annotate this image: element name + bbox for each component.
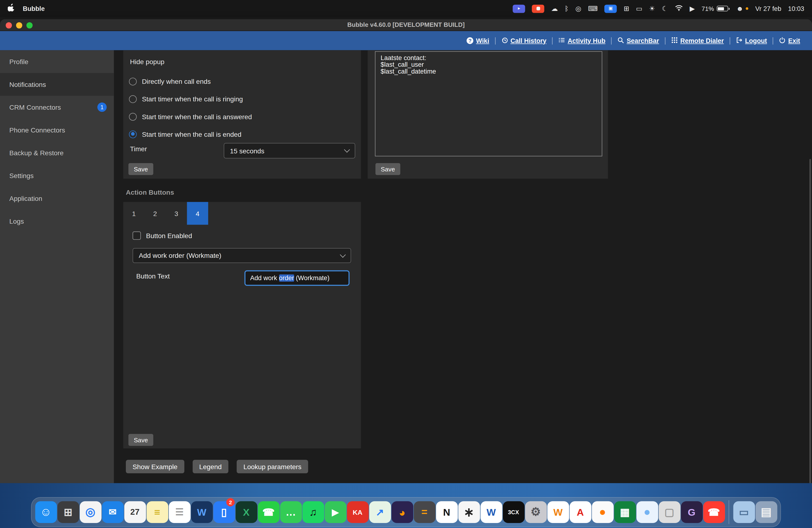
option-start-timer-call-ringing[interactable]: Start timer when the call is ringing	[129, 90, 252, 108]
dock-separator	[729, 500, 729, 524]
launchpad-dock-icon[interactable]: ⊞	[57, 497, 79, 527]
action-tab-4[interactable]: 4	[187, 202, 208, 225]
safari-dock-icon[interactable]: ◎	[79, 497, 102, 527]
sidebar-item-profile[interactable]: Profile	[0, 50, 114, 73]
cloud-sync-icon[interactable]: ☁	[551, 5, 558, 12]
finder-dock-icon[interactable]: ☺	[35, 497, 57, 527]
sidebar-item-notifications[interactable]: Notifications	[0, 73, 114, 96]
word-dock-icon[interactable]: W	[480, 497, 503, 527]
screen-mirroring-icon[interactable]: ▸	[513, 4, 525, 13]
main-content: Hide popup Directly when call ends Start	[114, 50, 812, 483]
timer-select[interactable]: 15 seconds	[224, 143, 355, 158]
nav-searchbar[interactable]: SearchBar	[617, 36, 659, 45]
maps-dock-icon[interactable]: ↗	[369, 497, 391, 527]
option-start-timer-call-ended[interactable]: Start timer when the call is ended	[129, 126, 252, 143]
button-enabled-row[interactable]: Button Enabled	[132, 232, 192, 240]
action-type-value: Add work order (Workmate)	[139, 252, 221, 260]
dock-icon-glyph: …	[286, 507, 296, 517]
screen-share-icon[interactable]: ▣	[605, 4, 617, 13]
sidebar-item-settings[interactable]: Settings	[0, 164, 114, 187]
nav-activity-hub[interactable]: Activity Hub	[559, 36, 606, 45]
word-dark-dock-icon[interactable]: W	[191, 497, 213, 527]
trash-dock-icon[interactable]: ▤	[755, 497, 777, 527]
sidebar-item-phone-connectors[interactable]: Phone Connectors	[0, 118, 114, 141]
facetime-dock-icon[interactable]: ▶	[324, 497, 346, 527]
firefox-dock-icon[interactable]: ◕	[391, 497, 414, 527]
threecx-dock-icon[interactable]: 3CX	[503, 497, 525, 527]
battery-indicator[interactable]: 71%	[701, 5, 730, 12]
klikaan-klikuit-dock-icon[interactable]: KA	[346, 497, 369, 527]
tab-label: 3	[174, 209, 178, 217]
nav-logout[interactable]: Logout	[736, 36, 767, 45]
show-example-button[interactable]: Show Example	[126, 460, 184, 473]
chatgpt-dock-icon[interactable]: ∗	[458, 497, 480, 527]
sidebar-item-crm-connectors[interactable]: CRM Connectors 1	[0, 96, 114, 119]
wifi-icon[interactable]	[675, 5, 683, 13]
sidebar-item-logs[interactable]: Logs	[0, 210, 114, 232]
menu-bar-date[interactable]: Vr 27 feb	[755, 5, 781, 12]
notion-dock-icon[interactable]: N	[435, 497, 458, 527]
acrobat-dock-icon[interactable]: A	[569, 497, 592, 527]
window-tiles-icon[interactable]: ⊞	[624, 5, 629, 12]
action-tab-1[interactable]: 1	[123, 202, 144, 225]
action-type-select[interactable]: Add work order (Workmate)	[132, 248, 351, 263]
minimize-window-button[interactable]	[16, 22, 22, 28]
nav-wiki[interactable]: ? Wiki	[466, 37, 489, 44]
bubble-window: Bubble v4.60.0 [DEVELOPMENT BUILD] ? Wik…	[0, 19, 812, 483]
button-text-input[interactable]: Add work order (Workmate)	[244, 270, 349, 286]
notes-dock-icon[interactable]: ≡	[146, 497, 168, 527]
gray-app-dock-icon[interactable]: ▢	[658, 497, 680, 527]
play-icon[interactable]: ▶	[690, 5, 695, 12]
calculator-dock-icon[interactable]: =	[414, 497, 436, 527]
orange-circle-app-dock-icon[interactable]: ●	[592, 497, 614, 527]
whatsapp-dock-icon[interactable]: ☎	[257, 497, 280, 527]
apple-menu-icon[interactable]	[8, 3, 14, 13]
blue-sphere-app-dock-icon[interactable]: ●	[636, 497, 658, 527]
nav-remote-dialer[interactable]: Remote Dialer	[671, 36, 724, 45]
menu-bar-time[interactable]: 10:03	[788, 5, 804, 12]
calendar-dock-icon[interactable]: 27	[124, 497, 146, 527]
screen: Bubble ▸ ☁ ᛒ ◎ ⌨ ▣ ⊞ ▭ ☀ ☾ ▶ 71% ☻ Vr 27…	[0, 0, 812, 528]
excel-dock-icon[interactable]: X	[235, 497, 257, 527]
action-buttons-save-button[interactable]: Save	[128, 434, 154, 446]
keyboard-icon[interactable]: ⌨	[588, 5, 598, 12]
sidebar-item-backup-restore[interactable]: Backup & Restore	[0, 141, 114, 164]
top-nav: ? Wiki Call History Activity Hub SearchB…	[0, 31, 812, 50]
contact-template-textarea[interactable]: Laatste contact: $last_call_user $last_c…	[375, 51, 603, 157]
zoom-window-button[interactable]	[26, 22, 32, 28]
option-directly-when-call-ends[interactable]: Directly when call ends	[129, 72, 252, 90]
close-window-button[interactable]	[6, 22, 12, 28]
minimized-window-dock-icon[interactable]: ▭	[733, 497, 755, 527]
user-switch-icon[interactable]: ☻	[736, 5, 743, 12]
focus-moon-icon[interactable]: ☾	[662, 5, 668, 12]
action-tab-3[interactable]: 3	[166, 202, 187, 225]
bluetooth-icon[interactable]: ᛒ	[565, 5, 569, 12]
popup-save-button[interactable]: Save	[128, 163, 154, 175]
lookup-parameters-button[interactable]: Lookup parameters	[237, 460, 308, 473]
phone-dock-icon[interactable]: ☎	[703, 497, 725, 527]
iphone-mirroring-dock-icon[interactable]: ▯ 2	[213, 497, 235, 527]
option-start-timer-call-answered[interactable]: Start timer when the call is answered	[129, 108, 252, 126]
system-settings-dock-icon[interactable]: ⚙	[524, 497, 547, 527]
legend-button[interactable]: Legend	[192, 460, 228, 473]
contact-save-button[interactable]: Save	[375, 163, 400, 175]
window-titlebar[interactable]: Bubble v4.60.0 [DEVELOPMENT BUILD]	[0, 19, 812, 31]
mail-dock-icon[interactable]: ✉	[101, 497, 124, 527]
spotify-dock-icon[interactable]: ♫	[302, 497, 324, 527]
reminders-dock-icon[interactable]: ☰	[168, 497, 191, 527]
action-tab-2[interactable]: 2	[145, 202, 166, 225]
nav-exit[interactable]: Exit	[779, 36, 800, 45]
button-enabled-checkbox[interactable]	[132, 232, 141, 240]
recording-icon[interactable]	[532, 4, 545, 13]
display-icon[interactable]: ▭	[636, 5, 642, 12]
green-grid-app-dock-icon[interactable]: ▦	[614, 497, 636, 527]
messages-dock-icon[interactable]: …	[280, 497, 302, 527]
workmate-dock-icon[interactable]: W	[547, 497, 569, 527]
nav-call-history[interactable]: Call History	[501, 36, 547, 45]
gitkraken-dock-icon[interactable]: G	[680, 497, 703, 527]
scrollbar[interactable]	[809, 159, 811, 483]
brightness-icon[interactable]: ☀	[649, 5, 655, 12]
active-app-name[interactable]: Bubble	[23, 5, 45, 12]
sidebar-item-application[interactable]: Application	[0, 187, 114, 210]
disc-icon[interactable]: ◎	[575, 5, 581, 12]
